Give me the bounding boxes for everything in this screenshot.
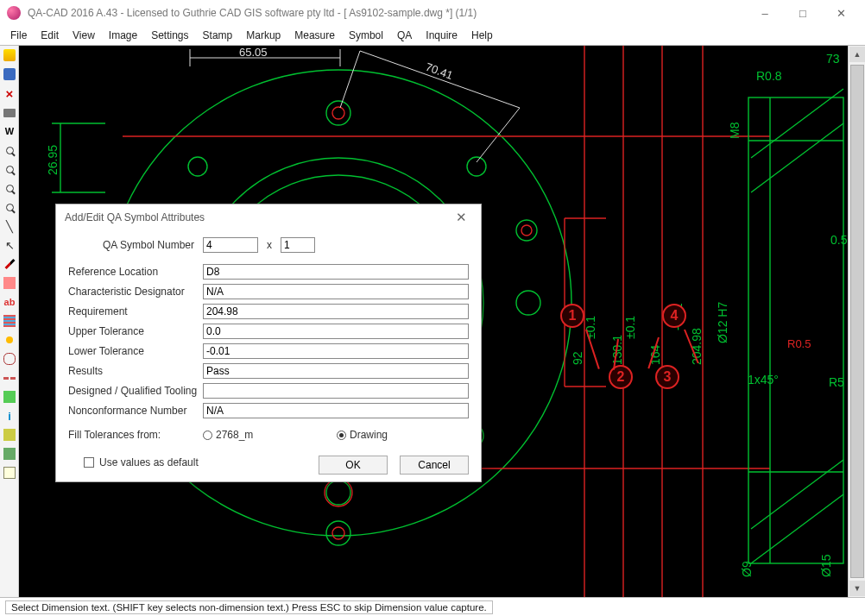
balloon-1[interactable]: 1 (560, 304, 584, 328)
dim-6505: 65.05 (239, 46, 268, 59)
menu-qa[interactable]: QA (390, 28, 419, 43)
qa-number-b-input[interactable] (281, 237, 315, 253)
dim-7041: 70.41 (424, 60, 455, 82)
scroll-down-arrow-icon[interactable]: ▼ (849, 581, 865, 596)
radio-2768m[interactable] (203, 431, 212, 440)
tooling-input[interactable] (203, 383, 469, 399)
requirement-input[interactable] (203, 304, 469, 319)
label-upper-tol: Upper Tolerance (68, 325, 203, 337)
svg-point-17 (516, 220, 537, 241)
svg-point-7 (326, 521, 350, 545)
radio-drawing-label: Drawing (350, 429, 388, 441)
pencil-icon[interactable] (0, 255, 19, 273)
dim-icon[interactable] (0, 387, 19, 406)
info-icon[interactable]: i (0, 406, 19, 425)
titlebar: QA-CAD 2016 A.43 - Licensed to Guthrie C… (0, 0, 865, 26)
upper-tol-input[interactable] (203, 324, 469, 339)
lower-tol-input[interactable] (203, 343, 469, 359)
zoom-window-icon[interactable] (0, 198, 19, 217)
close-doc-icon[interactable]: × (0, 84, 19, 103)
svg-point-11 (188, 157, 207, 176)
save-icon[interactable] (0, 65, 19, 84)
dim-73: 73 (826, 52, 840, 66)
menu-help[interactable]: Help (464, 28, 500, 43)
svg-point-4 (332, 107, 344, 119)
svg-rect-37 (748, 97, 843, 563)
svg-point-18 (521, 225, 532, 236)
pin-icon[interactable] (0, 444, 19, 463)
table-icon[interactable] (0, 463, 19, 482)
dialog-titlebar[interactable]: Add/Edit QA Symbol Attributes ✕ (56, 204, 481, 230)
menu-inquire[interactable]: Inquire (419, 28, 464, 43)
menu-measure[interactable]: Measure (287, 28, 342, 43)
char-desig-input[interactable] (203, 284, 469, 299)
menu-file[interactable]: File (3, 28, 34, 43)
minimize-button[interactable]: – (746, 0, 784, 26)
menu-symbol[interactable]: Symbol (342, 28, 390, 43)
svg-line-24 (477, 108, 520, 162)
dash-icon[interactable] (0, 368, 19, 387)
menu-view[interactable]: View (66, 28, 102, 43)
note-r5: R5 (829, 375, 844, 389)
text-ab-icon[interactable]: ab (0, 292, 19, 311)
note-r08: R0.8 (756, 69, 782, 83)
menu-edit[interactable]: Edit (34, 28, 66, 43)
open-icon[interactable] (0, 46, 19, 65)
menu-settings[interactable]: Settings (144, 28, 195, 43)
menu-stamp[interactable]: Stamp (196, 28, 240, 43)
svg-line-41 (751, 89, 843, 158)
cancel-button[interactable]: Cancel (400, 456, 469, 475)
cloud-icon[interactable] (0, 349, 19, 368)
app-icon (7, 6, 21, 20)
balloon-4[interactable]: 4 (662, 304, 686, 328)
nonconf-input[interactable] (203, 403, 469, 418)
svg-line-43 (751, 460, 843, 529)
svg-point-3 (326, 101, 350, 125)
vertical-toolbar: × W ╲ ↖ ab i (0, 46, 19, 597)
scroll-thumb[interactable] (850, 65, 864, 578)
label-qa-number: QA Symbol Number (68, 239, 203, 251)
ref-loc-input[interactable] (203, 264, 469, 280)
dim-92: 92 (571, 351, 584, 365)
label-ref-loc: Reference Location (68, 266, 203, 278)
window-controls: – □ ✕ (746, 0, 860, 26)
wrap-icon[interactable]: W (0, 122, 19, 141)
layers-icon[interactable] (0, 311, 19, 330)
dialog-close-icon[interactable]: ✕ (451, 208, 472, 227)
menu-markup[interactable]: Markup (239, 28, 287, 43)
zoom-fit-icon[interactable] (0, 160, 19, 179)
svg-line-44 (751, 494, 843, 563)
balloon-4-label: 4 (671, 308, 679, 324)
use-default-checkbox[interactable] (84, 457, 94, 468)
results-input[interactable] (203, 363, 469, 379)
svg-line-42 (751, 123, 843, 192)
pointer-icon[interactable]: ↖ (0, 236, 19, 255)
qa-number-a-input[interactable] (203, 237, 258, 253)
menu-image[interactable]: Image (102, 28, 144, 43)
maximize-button[interactable]: □ (784, 0, 822, 26)
label-tooling: Designed / Qualified Tooling (68, 385, 203, 397)
note-phi9: Ø9 (740, 561, 754, 577)
statusbar: Select Dimension text. (SHIFT key select… (0, 597, 865, 616)
print-icon[interactable] (0, 103, 19, 122)
scroll-up-arrow-icon[interactable]: ▲ (849, 47, 865, 62)
label-nonconf: Nonconformance Number (68, 405, 203, 417)
vertical-scrollbar[interactable]: ▲ ▼ (848, 46, 865, 597)
zoom-out-icon[interactable] (0, 179, 19, 198)
radio-drawing[interactable] (337, 431, 346, 440)
tag-icon[interactable] (0, 425, 19, 444)
line-icon[interactable]: ╲ (0, 217, 19, 236)
label-char-desig: Characteristic Designator (68, 286, 203, 298)
ok-button[interactable]: OK (319, 456, 388, 475)
zoom-in-icon[interactable] (0, 141, 19, 160)
qa-number-sep: x (267, 239, 272, 251)
balloon-3[interactable]: 3 (655, 365, 679, 389)
color-icon[interactable] (0, 330, 19, 349)
note-phi12h7: Ø12 H7 (716, 302, 729, 343)
dialog-title: Add/Edit QA Symbol Attributes (65, 211, 205, 223)
qa-attributes-dialog: Add/Edit QA Symbol Attributes ✕ QA Symbo… (55, 204, 482, 482)
erase-icon[interactable] (0, 273, 19, 292)
close-button[interactable]: ✕ (822, 0, 860, 26)
menubar: File Edit View Image Settings Stamp Mark… (0, 26, 865, 45)
label-fill-from: Fill Tolerances from: (68, 429, 180, 441)
